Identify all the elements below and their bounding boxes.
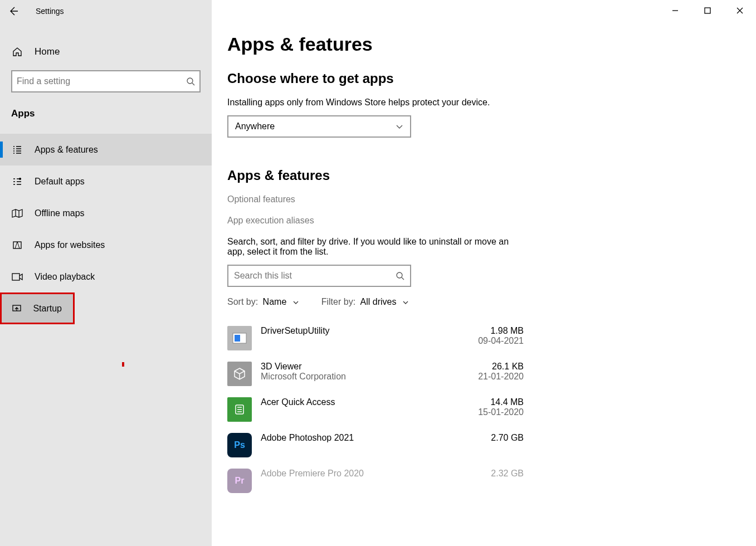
back-button[interactable] <box>7 4 20 18</box>
chevron-down-icon <box>292 299 299 306</box>
svg-point-1 <box>19 178 21 180</box>
execution-aliases-link[interactable]: App execution aliases <box>227 216 524 226</box>
sidebar-item-apps-features[interactable]: Apps & features <box>0 134 212 165</box>
sort-filter-bar: Sort by: Name Filter by: All drives <box>227 297 524 307</box>
app-row[interactable]: Ps Adobe Photoshop 2021 2.70 GB <box>227 427 524 463</box>
app-icon: Ps <box>227 433 252 457</box>
app-name: DriverSetupUtility <box>261 326 453 336</box>
sidebar-item-startup[interactable]: Startup <box>0 292 75 324</box>
svg-rect-8 <box>235 335 240 342</box>
minimize-button[interactable] <box>659 0 691 21</box>
red-marker <box>122 362 124 367</box>
titlebar: Settings <box>0 0 212 22</box>
sidebar: Settings Home Apps Apps & features Defau… <box>0 0 212 546</box>
sidebar-item-label: Apps for websites <box>35 240 105 250</box>
sidebar-nav: Apps & features Default apps Offline map… <box>0 134 212 324</box>
app-name: Adobe Photoshop 2021 <box>261 433 453 443</box>
sidebar-item-video-playback[interactable]: Video playback <box>0 261 212 292</box>
search-icon <box>396 271 404 280</box>
sort-by[interactable]: Sort by: Name <box>227 297 299 307</box>
app-publisher: Microsoft Corporation <box>261 372 453 382</box>
sidebar-item-label: Startup <box>33 304 62 314</box>
sidebar-item-offline-maps[interactable]: Offline maps <box>0 197 212 229</box>
list-instructions: Search, sort, and filter by drive. If yo… <box>227 237 517 257</box>
maximize-button[interactable] <box>691 0 724 21</box>
app-name: Acer Quick Access <box>261 397 453 407</box>
source-select[interactable]: Anywhere <box>227 115 411 138</box>
window-title: Settings <box>36 7 64 16</box>
svg-rect-2 <box>13 242 21 248</box>
main-content: Apps & features Choose where to get apps… <box>212 0 756 546</box>
sidebar-item-label: Video playback <box>35 272 95 282</box>
app-list-search-input[interactable] <box>234 271 396 281</box>
map-icon <box>11 207 23 220</box>
app-date: 15-01-2020 <box>462 407 524 417</box>
sidebar-item-label: Apps & features <box>35 145 98 155</box>
app-row[interactable]: Pr Adobe Premiere Pro 2020 2.32 GB <box>227 463 524 499</box>
window-controls <box>659 0 756 21</box>
video-icon <box>11 271 23 283</box>
app-name: Adobe Premiere Pro 2020 <box>261 469 453 479</box>
apps-features-icon <box>11 144 23 156</box>
source-select-value: Anywhere <box>235 121 275 131</box>
app-list-search[interactable] <box>227 265 411 287</box>
sidebar-item-label: Offline maps <box>35 208 85 218</box>
filter-label: Filter by: <box>321 297 355 306</box>
svg-rect-5 <box>705 8 710 13</box>
app-row[interactable]: Acer Quick Access 14.4 MB 15-01-2020 <box>227 392 524 427</box>
app-name: 3D Viewer <box>261 362 453 372</box>
app-icon <box>227 326 252 350</box>
search-icon <box>186 77 195 86</box>
app-row[interactable]: DriverSetupUtility 1.98 MB 09-04-2021 <box>227 320 524 356</box>
app-size: 14.4 MB <box>462 397 524 407</box>
default-apps-icon <box>11 176 23 188</box>
sidebar-item-default-apps[interactable]: Default apps <box>0 165 212 197</box>
app-icon <box>227 362 252 386</box>
sidebar-search[interactable] <box>11 70 201 92</box>
app-icon <box>227 397 252 422</box>
choose-header: Choose where to get apps <box>227 71 524 86</box>
sidebar-section-header: Apps <box>0 92 212 124</box>
back-arrow-icon <box>8 6 19 17</box>
close-button[interactable] <box>724 0 756 21</box>
app-size: 1.98 MB <box>462 326 524 336</box>
sort-label: Sort by: <box>227 297 258 306</box>
filter-value: All drives <box>360 297 397 306</box>
home-icon <box>11 46 23 58</box>
app-size: 2.32 GB <box>462 469 524 479</box>
sort-value: Name <box>263 297 287 306</box>
chevron-down-icon <box>396 123 403 130</box>
app-date: 09-04-2021 <box>462 336 524 346</box>
app-list: DriverSetupUtility 1.98 MB 09-04-2021 3D… <box>227 320 524 499</box>
app-icon: Pr <box>227 469 252 493</box>
chevron-down-icon <box>402 299 409 306</box>
svg-point-0 <box>187 78 193 84</box>
filter-by[interactable]: Filter by: All drives <box>321 297 409 307</box>
optional-features-link[interactable]: Optional features <box>227 194 524 204</box>
sidebar-item-apps-websites[interactable]: Apps for websites <box>0 229 212 261</box>
app-row[interactable]: 3D Viewer Microsoft Corporation 26.1 KB … <box>227 356 524 392</box>
app-size: 26.1 KB <box>462 362 524 372</box>
choose-desc: Installing apps only from Windows Store … <box>227 98 524 108</box>
sidebar-search-input[interactable] <box>17 76 186 86</box>
websites-icon <box>11 239 23 251</box>
home-label: Home <box>35 46 60 57</box>
svg-point-6 <box>397 272 402 278</box>
app-size: 2.70 GB <box>462 433 524 443</box>
page-title: Apps & features <box>227 33 524 55</box>
home-nav[interactable]: Home <box>0 39 212 65</box>
list-header: Apps & features <box>227 168 524 183</box>
sidebar-item-label: Default apps <box>35 177 85 187</box>
svg-rect-3 <box>12 274 19 280</box>
startup-icon <box>11 303 22 315</box>
app-date: 21-01-2020 <box>462 372 524 382</box>
